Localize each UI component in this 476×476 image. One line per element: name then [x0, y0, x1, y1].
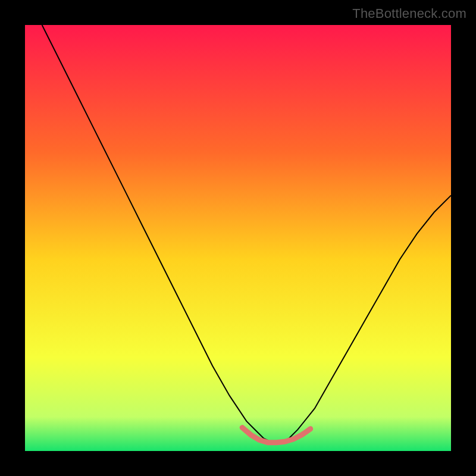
gradient-background — [25, 25, 451, 451]
watermark-text: TheBottleneck.com — [352, 6, 466, 21]
plot-area — [25, 25, 451, 451]
chart-frame: TheBottleneck.com — [0, 0, 476, 476]
chart-canvas — [25, 25, 451, 451]
